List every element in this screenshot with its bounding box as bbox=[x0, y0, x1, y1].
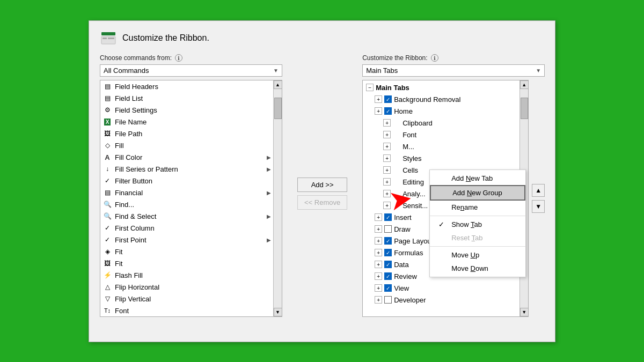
expand-button[interactable]: + bbox=[375, 107, 382, 115]
expand-button[interactable]: + bbox=[375, 213, 382, 221]
item-icon: ⚡ bbox=[103, 270, 112, 280]
item-label: Fill bbox=[115, 142, 124, 150]
expand-button[interactable]: + bbox=[383, 178, 391, 186]
list-item[interactable]: ▤Field Headers bbox=[100, 80, 273, 92]
list-item[interactable]: XFile Name bbox=[100, 116, 273, 128]
tree-item[interactable]: +M... bbox=[363, 141, 528, 152]
expand-button[interactable]: + bbox=[375, 261, 382, 268]
ribbon-scroll-thumb[interactable] bbox=[521, 98, 528, 119]
item-label: File Path bbox=[115, 130, 142, 138]
item-label: Field Settings bbox=[115, 106, 157, 114]
list-item[interactable]: ✓First Column bbox=[100, 222, 273, 234]
tree-item[interactable]: −Main Tabs bbox=[363, 82, 528, 93]
tree-item-label: Main Tabs bbox=[376, 84, 409, 92]
tree-item[interactable]: +Clipboard bbox=[363, 117, 528, 129]
commands-dropdown[interactable]: All Commands ▼ bbox=[100, 64, 282, 77]
tree-checkbox[interactable]: ✓ bbox=[384, 213, 392, 221]
scroll-down-btn[interactable]: ▼ bbox=[274, 308, 282, 316]
tree-item[interactable]: +✓View bbox=[363, 282, 528, 294]
ribbon-dropdown-row[interactable]: Main Tabs ▼ bbox=[362, 64, 545, 77]
list-item[interactable]: ▽Flip Vertical bbox=[100, 293, 273, 305]
tree-item[interactable]: +Developer bbox=[363, 294, 528, 306]
item-label: Fit bbox=[115, 260, 122, 268]
item-label: Flip Vertical bbox=[115, 295, 151, 303]
context-menu-item[interactable]: Move Down bbox=[430, 262, 525, 275]
tree-item-label: Insert bbox=[394, 213, 412, 221]
list-item[interactable]: 🔍Find & Select▶ bbox=[100, 210, 273, 222]
item-label: File Name bbox=[115, 118, 147, 126]
list-item[interactable]: ↓Fill Series or Pattern▶ bbox=[100, 163, 273, 175]
list-item[interactable]: △Flip Horizontal bbox=[100, 281, 273, 293]
tree-checkbox[interactable]: ✓ bbox=[384, 261, 392, 268]
list-item[interactable]: ⚙Field Settings bbox=[100, 104, 273, 116]
scroll-up-btn[interactable]: ▲ bbox=[274, 80, 282, 89]
move-down-btn[interactable]: ▼ bbox=[532, 200, 545, 213]
context-menu-item[interactable]: Rename bbox=[430, 201, 525, 214]
expand-button[interactable]: + bbox=[383, 154, 391, 162]
scroll-thumb[interactable] bbox=[274, 98, 282, 119]
expand-button[interactable]: + bbox=[383, 202, 391, 209]
list-item[interactable]: ✓Filter Button bbox=[100, 175, 273, 187]
tree-checkbox[interactable]: ✓ bbox=[384, 107, 392, 115]
tree-checkbox[interactable] bbox=[384, 296, 392, 304]
expand-button[interactable]: + bbox=[375, 272, 382, 280]
list-item[interactable]: 🖼Fit bbox=[100, 257, 273, 269]
tree-item[interactable]: +Styles bbox=[363, 152, 528, 164]
ribbon-scroll-up[interactable]: ▲ bbox=[520, 80, 529, 89]
commands-list-panel: ▤Field Headers▤Field List⚙Field Settings… bbox=[100, 80, 282, 317]
list-item[interactable]: T↕Font bbox=[100, 305, 273, 316]
expand-button[interactable]: + bbox=[383, 143, 391, 150]
expand-button[interactable]: + bbox=[375, 249, 382, 256]
list-item[interactable]: 🔍Find... bbox=[100, 198, 273, 210]
list-item[interactable]: ✓First Point▶ bbox=[100, 234, 273, 246]
list-item[interactable]: ⚡Flash Fill bbox=[100, 269, 273, 281]
ribbon-dropdown[interactable]: Main Tabs ▼ bbox=[362, 64, 545, 77]
tree-checkbox[interactable]: ✓ bbox=[384, 237, 392, 245]
move-up-btn[interactable]: ▲ bbox=[532, 184, 545, 197]
item-label: Find... bbox=[115, 201, 134, 209]
tree-item[interactable]: +Font bbox=[363, 129, 528, 141]
commands-scrollbar[interactable]: ▲ ▼ bbox=[273, 80, 282, 316]
ribbon-icon bbox=[100, 29, 117, 47]
list-item[interactable]: ◈Fit bbox=[100, 246, 273, 257]
expand-button[interactable]: + bbox=[375, 225, 382, 233]
submenu-arrow: ▶ bbox=[267, 166, 271, 172]
item-label: First Point bbox=[115, 236, 147, 244]
list-item[interactable]: ◇Fill bbox=[100, 139, 273, 151]
tree-item-label: View bbox=[394, 284, 409, 292]
expand-button[interactable]: + bbox=[383, 190, 391, 197]
context-menu-item[interactable]: Add New Group bbox=[430, 185, 525, 201]
menu-item-label: Add New Tab bbox=[451, 174, 493, 182]
expand-button[interactable]: + bbox=[383, 119, 391, 127]
expand-button[interactable]: + bbox=[383, 166, 391, 174]
expand-button[interactable]: + bbox=[375, 284, 382, 292]
list-item[interactable]: 🖼File Path bbox=[100, 128, 273, 139]
context-menu-item[interactable]: ✓Show Tab bbox=[430, 218, 525, 231]
expand-button[interactable]: + bbox=[375, 237, 382, 245]
expand-button[interactable]: + bbox=[375, 95, 382, 103]
commands-dropdown-row[interactable]: All Commands ▼ bbox=[100, 64, 282, 77]
item-icon: 🔍 bbox=[103, 200, 112, 209]
list-item[interactable]: ▤Financial▶ bbox=[100, 187, 273, 198]
expand-button[interactable]: + bbox=[383, 131, 391, 138]
menu-item-label: Move Up bbox=[451, 251, 479, 259]
tree-checkbox[interactable]: ✓ bbox=[384, 272, 392, 280]
tree-checkbox[interactable]: ✓ bbox=[384, 249, 392, 256]
context-menu-item[interactable]: Move Up bbox=[430, 248, 525, 262]
tree-checkbox[interactable] bbox=[384, 225, 392, 233]
tree-item[interactable]: +✓Background Removal bbox=[363, 93, 528, 105]
context-menu-item[interactable]: Add New Tab bbox=[430, 172, 525, 185]
add-button[interactable]: Add >> bbox=[297, 178, 347, 192]
tree-checkbox[interactable]: ✓ bbox=[384, 95, 392, 103]
list-item[interactable]: AFill Color▶ bbox=[100, 151, 273, 163]
expand-button[interactable]: − bbox=[366, 84, 374, 91]
ribbon-scroll-down[interactable]: ▼ bbox=[520, 308, 529, 316]
tree-item[interactable]: +✓Home bbox=[363, 105, 528, 117]
dialog-title-row: Customize the Ribbon. bbox=[100, 29, 544, 47]
expand-button[interactable]: + bbox=[375, 296, 382, 304]
tree-item-label: Styles bbox=[402, 154, 421, 162]
remove-button[interactable]: << Remove bbox=[297, 195, 347, 210]
tree-item-label: Font bbox=[402, 131, 416, 139]
tree-checkbox[interactable]: ✓ bbox=[384, 284, 392, 292]
list-item[interactable]: ▤Field List bbox=[100, 92, 273, 104]
